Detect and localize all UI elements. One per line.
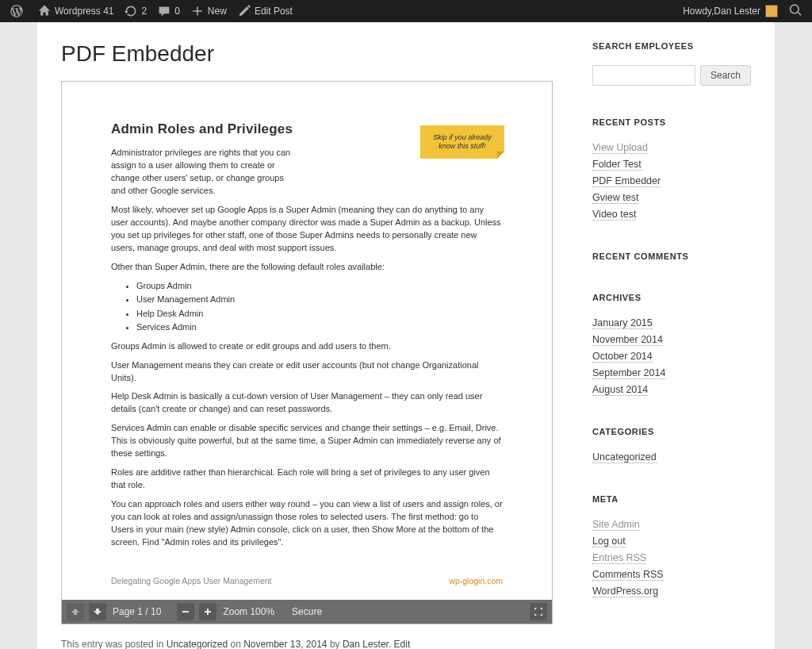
recent-posts-widget: RECENT POSTS View Upload Folder Test PDF…: [592, 117, 751, 220]
home-icon: [38, 5, 51, 17]
pdf-zoom-out-button[interactable]: [177, 603, 194, 620]
pdf-page-indicator: Page 1 / 10: [111, 606, 163, 617]
page-title: PDF Embedder: [61, 41, 553, 67]
meta-by: by: [327, 639, 343, 649]
pdf-paragraph: Groups Admin is allowed to create or edi…: [111, 340, 503, 353]
pdf-footer-right: wp-glogin.com: [449, 576, 503, 586]
adminbar-search[interactable]: [783, 0, 807, 22]
meta-link[interactable]: Comments RSS: [592, 569, 664, 581]
archive-link[interactable]: November 2014: [592, 334, 663, 346]
recent-post-link[interactable]: Folder Test: [592, 159, 642, 171]
updates-count: 2: [141, 6, 147, 17]
site-name-label: Wordpress 41: [55, 6, 113, 17]
pdf-fullscreen-button[interactable]: [530, 603, 547, 620]
entry-date-link[interactable]: November 13, 2014: [243, 639, 327, 649]
widget-title: CATEGORIES: [592, 427, 751, 436]
new-label: New: [208, 6, 227, 17]
wordpress-icon: [10, 5, 23, 17]
meta-prefix: This entry was posted in: [61, 639, 167, 649]
categories-widget: CATEGORIES Uncategorized: [592, 427, 751, 463]
pdf-paragraph: Other than Super Admin, there are the fo…: [111, 261, 503, 274]
entry-edit-link[interactable]: Edit: [394, 639, 411, 649]
pdf-paragraph: Administrator privileges are rights that…: [111, 147, 293, 198]
widget-title: RECENT COMMENTS: [592, 252, 751, 261]
comment-icon: [158, 5, 170, 17]
meta-link[interactable]: WordPress.org: [592, 586, 658, 597]
recent-comments-widget: RECENT COMMENTS: [592, 252, 751, 261]
pdf-zoom-in-button[interactable]: [199, 603, 216, 620]
new-content-link[interactable]: New: [186, 0, 232, 22]
recent-post-link[interactable]: Gview test: [592, 192, 638, 204]
pdf-paragraph: Help Desk Admin is basically a cut-down …: [111, 390, 503, 416]
pdf-list-item: Groups Admin: [136, 279, 503, 293]
user-account-link[interactable]: Howdy, Dan Lester: [677, 0, 783, 22]
archive-link[interactable]: September 2014: [592, 367, 665, 379]
search-button[interactable]: Search: [700, 65, 751, 86]
pdf-list-item: Help Desk Admin: [136, 307, 503, 321]
widget-title: META: [592, 494, 751, 504]
pdf-prev-button[interactable]: [67, 603, 84, 620]
updates-link[interactable]: 2: [119, 0, 152, 22]
site-name-link[interactable]: Wordpress 41: [33, 0, 119, 22]
edit-post-label: Edit Post: [255, 6, 293, 17]
pdf-paragraph: Most likely, whoever set up Google Apps …: [111, 204, 503, 255]
pdf-paragraph: Roles are additive rather than hierarchi…: [111, 467, 503, 492]
archive-link[interactable]: August 2014: [592, 384, 648, 396]
avatar: [765, 5, 778, 17]
wp-admin-bar: Wordpress 41 2 0 New Edit Post Howdy, Da…: [0, 0, 812, 22]
widget-title: SEARCH EMPLOYEES: [592, 41, 751, 51]
recent-post-link[interactable]: View Upload: [592, 142, 648, 154]
pdf-viewer: Skip if you already know this stuff! Adm…: [61, 81, 553, 624]
wp-logo[interactable]: [5, 0, 33, 22]
search-icon: [789, 4, 802, 19]
comments-count: 0: [174, 6, 180, 17]
recent-post-link[interactable]: Video test: [592, 209, 636, 221]
edit-post-link[interactable]: Edit Post: [232, 0, 298, 22]
entry-meta: This entry was posted in Uncategorized o…: [61, 639, 553, 649]
meta-link[interactable]: Entries RSS: [592, 552, 646, 564]
pdf-paragraph: User Management means they can create or…: [111, 359, 503, 385]
archive-link[interactable]: October 2014: [592, 351, 653, 363]
plus-icon: [191, 5, 204, 17]
user-display-name: Dan Lester: [714, 6, 760, 17]
entry-category-link[interactable]: Uncategorized: [167, 639, 228, 649]
comments-link[interactable]: 0: [152, 0, 186, 22]
category-link[interactable]: Uncategorized: [592, 451, 657, 463]
svg-rect-0: [182, 611, 189, 613]
recent-post-link[interactable]: PDF Embedder: [592, 175, 661, 187]
pdf-paragraph: You can approach roles and users either …: [111, 498, 503, 549]
pdf-secure-label: Secure: [290, 606, 324, 617]
archive-link[interactable]: January 2015: [592, 317, 653, 329]
pdf-roles-list: Groups Admin User Management Admin Help …: [136, 279, 503, 333]
svg-rect-2: [205, 611, 211, 613]
meta-link[interactable]: Log out: [592, 536, 626, 547]
widget-title: ARCHIVES: [592, 293, 751, 302]
pdf-list-item: Services Admin: [136, 321, 503, 334]
meta-link[interactable]: Site Admin: [592, 519, 640, 531]
howdy-prefix: Howdy,: [683, 6, 714, 17]
pdf-next-button[interactable]: [89, 603, 106, 620]
pdf-toolbar: Page 1 / 10 Zoom 100% Secure: [62, 600, 552, 624]
pencil-icon: [238, 5, 251, 17]
pdf-page: Skip if you already know this stuff! Adm…: [62, 82, 552, 600]
search-input[interactable]: [592, 65, 695, 86]
archives-widget: ARCHIVES January 2015 November 2014 Octo…: [592, 293, 751, 395]
pdf-zoom-indicator: Zoom 100%: [221, 606, 276, 617]
meta-widget: META Site Admin Log out Entries RSS Comm…: [592, 494, 751, 597]
pdf-sticky-note: Skip if you already know this stuff!: [420, 125, 504, 159]
meta-on: on: [228, 639, 243, 649]
pdf-list-item: User Management Admin: [136, 293, 503, 306]
updates-icon: [124, 5, 137, 17]
pdf-paragraph: Services Admin can enable or disable spe…: [111, 422, 503, 460]
pdf-footer-left: Delegating Google Apps User Management: [111, 576, 272, 586]
search-widget: SEARCH EMPLOYEES Search: [592, 41, 751, 86]
widget-title: RECENT POSTS: [592, 117, 751, 127]
entry-author-link[interactable]: Dan Lester: [343, 639, 389, 649]
